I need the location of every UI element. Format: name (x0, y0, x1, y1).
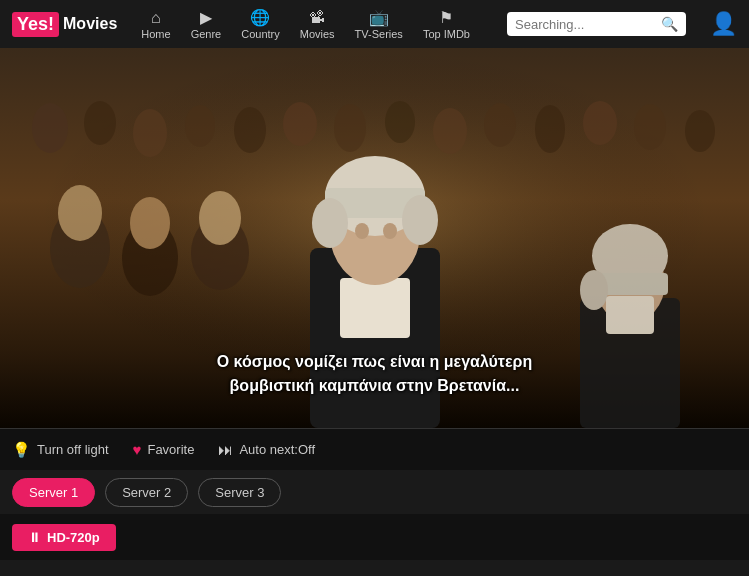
nav-country-label: Country (241, 28, 280, 40)
svg-point-22 (402, 195, 438, 245)
svg-point-11 (484, 103, 516, 147)
controls-bar: 💡 Turn off light ♥ Favorite ⏭ Auto next:… (0, 428, 749, 470)
next-icon: ⏭ (218, 441, 233, 458)
svg-point-29 (580, 270, 608, 310)
logo-yes: Yes! (12, 12, 59, 37)
search-container[interactable]: 🔍 (507, 12, 686, 36)
svg-rect-17 (340, 278, 410, 338)
light-icon: 💡 (12, 441, 31, 459)
svg-point-8 (334, 104, 366, 152)
genre-icon: ▶ (200, 8, 212, 27)
svg-point-13 (583, 101, 617, 145)
svg-point-34 (130, 197, 170, 249)
svg-point-10 (433, 108, 467, 154)
svg-point-3 (84, 101, 116, 145)
nav-genre-label: Genre (191, 28, 222, 40)
svg-point-12 (535, 105, 565, 153)
tvseries-icon: 📺 (369, 8, 389, 27)
quality-badge[interactable]: ⏸ HD-720p (12, 524, 116, 551)
svg-point-9 (385, 101, 415, 143)
subtitle-line2: βομβιστική καμπάνια στην Βρετανία... (0, 374, 749, 398)
search-icon[interactable]: 🔍 (661, 16, 678, 32)
svg-point-36 (199, 191, 241, 245)
server-3-btn[interactable]: Server 3 (198, 478, 281, 507)
favorite-btn[interactable]: ♥ Favorite (133, 441, 195, 458)
header: Yes! Movies ⌂ Home ▶ Genre 🌐 Country 📽 M… (0, 0, 749, 48)
favorite-label: Favorite (147, 442, 194, 457)
nav-movies[interactable]: 📽 Movies (300, 9, 335, 40)
nav-tvseries-label: TV-Series (355, 28, 403, 40)
video-player[interactable]: Ο κόσμος νομίζει πως είναι η μεγαλύτερη … (0, 48, 749, 428)
svg-rect-30 (606, 296, 654, 334)
subtitle-line1: Ο κόσμος νομίζει πως είναι η μεγαλύτερη (0, 350, 749, 374)
subtitles: Ο κόσμος νομίζει πως είναι η μεγαλύτερη … (0, 350, 749, 398)
server-bar: Server 1 Server 2 Server 3 (0, 470, 749, 514)
logo[interactable]: Yes! Movies (12, 12, 117, 37)
search-input[interactable] (515, 17, 655, 32)
auto-next-btn[interactable]: ⏭ Auto next:Off (218, 441, 315, 458)
nav-movies-label: Movies (300, 28, 335, 40)
main-nav: ⌂ Home ▶ Genre 🌐 Country 📽 Movies 📺 TV-S… (141, 8, 470, 40)
nav-home-label: Home (141, 28, 170, 40)
quality-bar: ⏸ HD-720p (0, 514, 749, 560)
svg-point-4 (133, 109, 167, 157)
movies-icon: 📽 (309, 9, 325, 27)
server-1-btn[interactable]: Server 1 (12, 478, 95, 507)
svg-point-14 (634, 104, 666, 150)
svg-point-6 (234, 107, 266, 153)
svg-point-23 (355, 223, 369, 239)
turn-off-light-label: Turn off light (37, 442, 109, 457)
nav-genre[interactable]: ▶ Genre (191, 8, 222, 40)
svg-point-2 (32, 103, 68, 153)
quality-label: HD-720p (47, 530, 100, 545)
pause-icon: ⏸ (28, 530, 41, 545)
nav-topimdb-label: Top IMDb (423, 28, 470, 40)
server-2-btn[interactable]: Server 2 (105, 478, 188, 507)
svg-point-5 (185, 105, 215, 147)
svg-point-32 (58, 185, 102, 241)
nav-topimdb[interactable]: ⚑ Top IMDb (423, 8, 470, 40)
heart-icon: ♥ (133, 441, 142, 458)
svg-point-21 (312, 198, 348, 248)
nav-tvseries[interactable]: 📺 TV-Series (355, 8, 403, 40)
svg-point-7 (283, 102, 317, 146)
svg-point-15 (685, 110, 715, 152)
user-icon[interactable]: 👤 (710, 11, 737, 37)
nav-home[interactable]: ⌂ Home (141, 9, 170, 40)
country-icon: 🌐 (250, 8, 270, 27)
auto-next-label: Auto next:Off (239, 442, 315, 457)
nav-country[interactable]: 🌐 Country (241, 8, 280, 40)
logo-movies: Movies (63, 15, 117, 33)
home-icon: ⌂ (151, 9, 161, 27)
svg-point-24 (383, 223, 397, 239)
topimdb-icon: ⚑ (439, 8, 453, 27)
turn-off-light-btn[interactable]: 💡 Turn off light (12, 441, 109, 459)
